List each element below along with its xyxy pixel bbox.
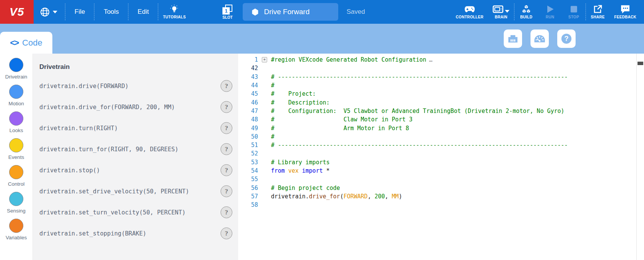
scrollbar-thumb[interactable] (638, 62, 643, 65)
category-label: Control (8, 181, 25, 187)
command-item[interactable]: drivetrain.turn(RIGHT)? (33, 118, 238, 139)
category-label: Motion (8, 101, 24, 106)
code-token: # Begin project code (271, 185, 340, 191)
menu-edit[interactable]: Edit (128, 0, 158, 24)
code-brackets-icon: <> (10, 38, 18, 48)
command-item[interactable]: drivetrain.set_turn_velocity(50, PERCENT… (33, 202, 238, 223)
chevron-down-icon (505, 10, 509, 13)
line-number: 44 (238, 82, 258, 89)
code-line: 52 (238, 149, 644, 158)
controller-label: CONTROLLER (456, 15, 483, 19)
code-token: * (323, 167, 329, 174)
code-line: 48# Claw Motor in Port 3 (238, 115, 644, 124)
share-label: SHARE (591, 15, 605, 19)
lightbulb-icon (169, 5, 180, 14)
command-item[interactable]: drivetrain.turn_for(RIGHT, 90, DEGREES)? (33, 139, 238, 160)
help-button[interactable]: ? (221, 80, 232, 92)
code-token: vex (288, 167, 298, 174)
code-token: # Arm Motor in Port 8 (271, 125, 409, 132)
device-info-button[interactable] (504, 29, 522, 48)
code-token: import (302, 167, 323, 174)
category-events[interactable]: Events (0, 138, 32, 165)
help-button[interactable]: ? (221, 143, 232, 155)
category-label: Looks (9, 128, 23, 133)
controller-button[interactable]: CONTROLLER (451, 0, 488, 24)
command-item[interactable]: drivetrain.set_drive_velocity(50, PERCEN… (33, 181, 238, 202)
tab-code[interactable]: <> Code (0, 32, 52, 54)
code-line: 44# (238, 81, 644, 90)
code-line: 45# Project: (238, 90, 644, 98)
line-number: 51 (238, 142, 258, 149)
code-line: 58 (238, 201, 644, 209)
code-token: , (368, 193, 375, 200)
code-token: MM (392, 193, 399, 200)
code-line: 54from vex import * (238, 167, 644, 175)
category-looks[interactable]: Looks (0, 111, 32, 138)
code-token: # Description: (271, 99, 330, 106)
build-icon (521, 5, 532, 14)
controller-icon (464, 5, 475, 14)
main-area: DrivetrainMotionLooksEventsControlSensin… (0, 54, 644, 260)
help-button[interactable]: ? (221, 185, 232, 197)
save-status: Saved (347, 8, 365, 16)
line-number: 49 (238, 125, 258, 132)
category-sensing[interactable]: Sensing (0, 192, 32, 219)
command-item[interactable]: drivetrain.drive(FORWARD)? (33, 75, 238, 96)
language-menu-button[interactable] (34, 0, 65, 24)
help-button[interactable]: ? (557, 29, 576, 48)
code-line: 51# ------------------------------------… (238, 141, 644, 149)
code-token: FORWARD (344, 193, 368, 200)
feedback-label: FEEDBACK (614, 15, 636, 19)
code-token: from (271, 167, 285, 174)
help-button[interactable]: ? (221, 164, 232, 176)
tutorials-button[interactable]: TUTORIALS (158, 0, 190, 24)
line-number: 47 (238, 108, 258, 114)
line-number: 55 (238, 176, 258, 183)
code-editor[interactable]: 1+#region VEXcode Generated Robot Config… (238, 54, 644, 260)
help-button[interactable]: ? (221, 122, 232, 134)
tutorials-label: TUTORIALS (163, 15, 186, 19)
code-token: #region VEXcode Generated Robot Configur… (271, 56, 426, 63)
category-control[interactable]: Control (0, 165, 32, 192)
brain-label: BRAIN (495, 15, 507, 19)
line-number: 52 (238, 150, 258, 157)
slot-button[interactable]: 1 SLOT (219, 5, 237, 20)
menu-tools[interactable]: Tools (94, 0, 128, 24)
category-label: Events (8, 154, 24, 160)
project-name-button[interactable]: Drive Forward (243, 3, 338, 21)
dashboard-button[interactable] (530, 29, 549, 48)
help-button[interactable]: ? (221, 227, 232, 239)
category-drivetrain[interactable]: Drivetrain (0, 58, 32, 85)
feedback-button[interactable]: FEEDBACK (610, 0, 641, 24)
command-text: drivetrain.drive_for(FORWARD, 200, MM) (39, 104, 175, 111)
help-icon: ? (561, 33, 572, 44)
v5-logo: V5 (0, 0, 34, 24)
command-item[interactable]: drivetrain.set_stopping(BRAKE)? (33, 223, 238, 244)
run-label: RUN (546, 15, 555, 19)
code-token: ( (340, 193, 344, 200)
code-line: 55 (238, 175, 644, 183)
command-item[interactable]: drivetrain.drive_for(FORWARD, 200, MM)? (33, 96, 238, 118)
command-text: drivetrain.set_turn_velocity(50, PERCENT… (39, 209, 186, 216)
code-line: 42 (238, 64, 644, 72)
category-motion[interactable]: Motion (0, 85, 32, 111)
command-text: drivetrain.turn_for(RIGHT, 90, DEGREES) (39, 146, 178, 153)
editor-scrollbar[interactable] (636, 54, 644, 260)
line-number: 50 (238, 133, 258, 140)
command-item[interactable]: drivetrain.stop()? (33, 160, 238, 181)
category-circle (9, 165, 23, 179)
help-button[interactable]: ? (221, 101, 232, 113)
help-button[interactable]: ? (221, 206, 232, 218)
category-variables[interactable]: Variables (0, 219, 32, 245)
share-button[interactable]: SHARE (586, 0, 610, 24)
code-token: # --------------------------------------… (271, 142, 568, 149)
line-number: 53 (238, 159, 258, 166)
build-button[interactable]: BUILD (514, 0, 538, 24)
code-line: 57drivetrain.drive_for(FORWARD, 200, MM) (238, 192, 644, 201)
line-number: 1 (238, 56, 258, 63)
fold-toggle-icon[interactable]: + (262, 57, 267, 62)
brain-button[interactable]: BRAIN (488, 0, 514, 24)
feedback-icon (620, 5, 631, 14)
category-label: Variables (6, 235, 27, 240)
menu-file[interactable]: File (65, 0, 94, 24)
